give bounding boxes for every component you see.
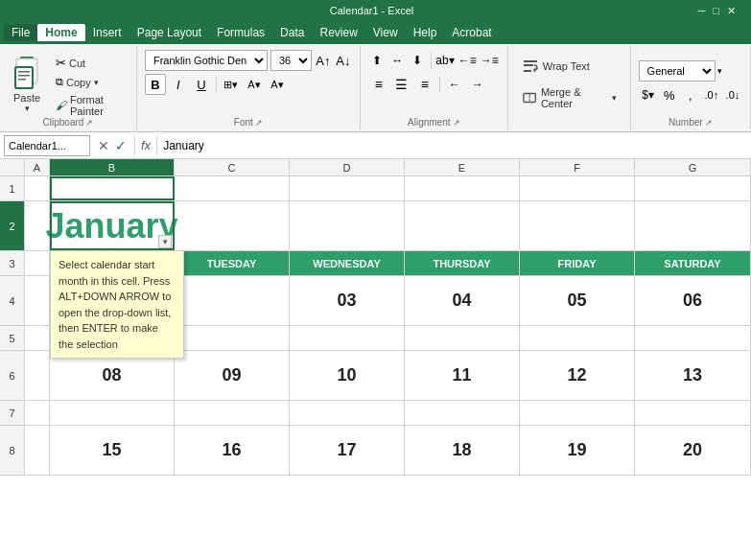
name-box[interactable]	[4, 135, 90, 156]
col-header-f[interactable]: F	[520, 159, 635, 175]
cell-f1[interactable]	[520, 176, 635, 200]
cell-g2[interactable]	[635, 201, 751, 250]
align-bottom-button[interactable]: ⬇	[409, 50, 427, 71]
cell-g3-saturday[interactable]: SATURDAY	[635, 251, 751, 275]
cell-a5[interactable]	[25, 326, 50, 350]
col-header-c[interactable]: C	[175, 159, 290, 175]
cell-e1[interactable]	[405, 176, 520, 200]
cell-a1[interactable]	[25, 176, 50, 200]
align-middle-button[interactable]: ↔	[388, 50, 407, 71]
cancel-formula-icon[interactable]: ✕	[96, 138, 111, 153]
cell-b8[interactable]: 15	[50, 426, 175, 475]
minimize-icon[interactable]: ─	[698, 5, 706, 17]
cell-f2[interactable]	[520, 201, 635, 250]
cell-c1[interactable]	[175, 176, 290, 200]
cell-g8[interactable]: 20	[635, 426, 751, 475]
cell-g6[interactable]: 13	[635, 351, 751, 400]
cell-d8[interactable]: 17	[290, 426, 405, 475]
col-header-e[interactable]: E	[405, 159, 520, 175]
indent-decrease-button[interactable]: ←≡	[458, 50, 478, 71]
cell-f6[interactable]: 12	[520, 351, 635, 400]
cell-b2-january[interactable]: January ▾ Select calendar start month in…	[50, 201, 175, 250]
cell-d5[interactable]	[290, 326, 405, 350]
menu-home[interactable]: Home	[37, 24, 84, 41]
ltr-button[interactable]: →	[467, 74, 488, 95]
bold-button[interactable]: B	[145, 74, 166, 95]
cell-g5[interactable]	[635, 326, 751, 350]
cell-e5[interactable]	[405, 326, 520, 350]
menu-data[interactable]: Data	[272, 24, 312, 41]
menu-view[interactable]: View	[365, 24, 406, 41]
clipboard-expand-icon[interactable]: ↗	[85, 118, 93, 128]
restore-icon[interactable]: □	[713, 5, 719, 17]
col-header-a[interactable]: A	[25, 159, 50, 175]
row-num-4[interactable]: 4	[0, 276, 24, 326]
menu-acrobat[interactable]: Acrobat	[444, 24, 499, 41]
row-num-7[interactable]: 7	[0, 401, 24, 426]
cell-c6[interactable]: 09	[175, 351, 290, 400]
row-num-6[interactable]: 6	[0, 351, 24, 401]
cell-e3-thursday[interactable]: THURSDAY	[405, 251, 520, 275]
italic-button[interactable]: I	[168, 74, 189, 95]
cell-g1[interactable]	[635, 176, 751, 200]
cell-c4[interactable]	[175, 276, 290, 325]
cell-d6[interactable]: 10	[290, 351, 405, 400]
cell-d7[interactable]	[290, 401, 405, 425]
cell-c5[interactable]	[175, 326, 290, 350]
cell-d4[interactable]: 03	[290, 276, 405, 325]
row-num-2[interactable]: 2	[0, 201, 24, 251]
cell-c3-tuesday[interactable]: TUESDAY	[175, 251, 290, 275]
row-num-1[interactable]: 1	[0, 176, 24, 201]
close-icon[interactable]: ✕	[727, 5, 736, 17]
number-format-select[interactable]: General	[639, 60, 716, 82]
cell-a8[interactable]	[25, 426, 50, 475]
cell-f4[interactable]: 05	[520, 276, 635, 325]
menu-insert[interactable]: Insert	[85, 24, 129, 41]
fill-color-button[interactable]: A▾	[244, 74, 265, 95]
row-num-8[interactable]: 8	[0, 426, 24, 476]
dropdown-arrow-cell[interactable]: ▾	[158, 235, 172, 248]
cell-f8[interactable]: 19	[520, 426, 635, 475]
font-increase-button[interactable]: A↑	[315, 50, 332, 71]
align-center-button[interactable]: ☰	[391, 74, 412, 95]
cell-b7[interactable]	[50, 401, 175, 425]
decimal-decrease-button[interactable]: .0↓	[723, 84, 742, 105]
merge-center-dropdown[interactable]: ▾	[612, 93, 617, 103]
cell-a7[interactable]	[25, 401, 50, 425]
menu-formulas[interactable]: Formulas	[209, 24, 272, 41]
menu-page-layout[interactable]: Page Layout	[129, 24, 209, 41]
number-format-dropdown[interactable]: ▾	[717, 66, 722, 76]
font-size-select[interactable]: 36	[270, 50, 312, 71]
cell-c7[interactable]	[175, 401, 290, 425]
cell-a6[interactable]	[25, 351, 50, 400]
number-expand-icon[interactable]: ↗	[705, 118, 713, 128]
rtl-button[interactable]: ←	[444, 74, 465, 95]
font-name-select[interactable]: Franklin Gothic Den	[145, 50, 268, 71]
cell-f7[interactable]	[520, 401, 635, 425]
align-right-button[interactable]: ≡	[414, 74, 435, 95]
cell-f3-friday[interactable]: FRIDAY	[520, 251, 635, 275]
cell-a4[interactable]	[25, 276, 50, 325]
border-button[interactable]: ⊞▾	[221, 74, 242, 95]
cell-e7[interactable]	[405, 401, 520, 425]
alignment-expand-icon[interactable]: ↗	[453, 118, 460, 128]
menu-review[interactable]: Review	[312, 24, 364, 41]
col-header-b[interactable]: B	[50, 159, 175, 175]
cell-d3-wednesday[interactable]: WEDNESDAY	[290, 251, 405, 275]
cell-c2[interactable]	[175, 201, 290, 250]
confirm-formula-icon[interactable]: ✓	[113, 138, 129, 153]
cell-b1[interactable]	[50, 176, 175, 200]
formula-input[interactable]	[159, 137, 747, 154]
paste-dropdown-arrow[interactable]: ▾	[25, 104, 30, 113]
copy-button[interactable]: ⧉ Copy ▾	[52, 74, 132, 90]
cell-e8[interactable]: 18	[405, 426, 520, 475]
comma-button[interactable]: ,	[681, 84, 700, 105]
align-left-button[interactable]: ≡	[368, 74, 389, 95]
font-expand-icon[interactable]: ↗	[255, 118, 263, 128]
menu-file[interactable]: File	[4, 24, 37, 41]
cell-e6[interactable]: 11	[405, 351, 520, 400]
cell-e2[interactable]	[405, 201, 520, 250]
indent-increase-button[interactable]: →≡	[480, 50, 500, 71]
cell-g4[interactable]: 06	[635, 276, 751, 325]
percent-button[interactable]: %	[660, 84, 679, 105]
